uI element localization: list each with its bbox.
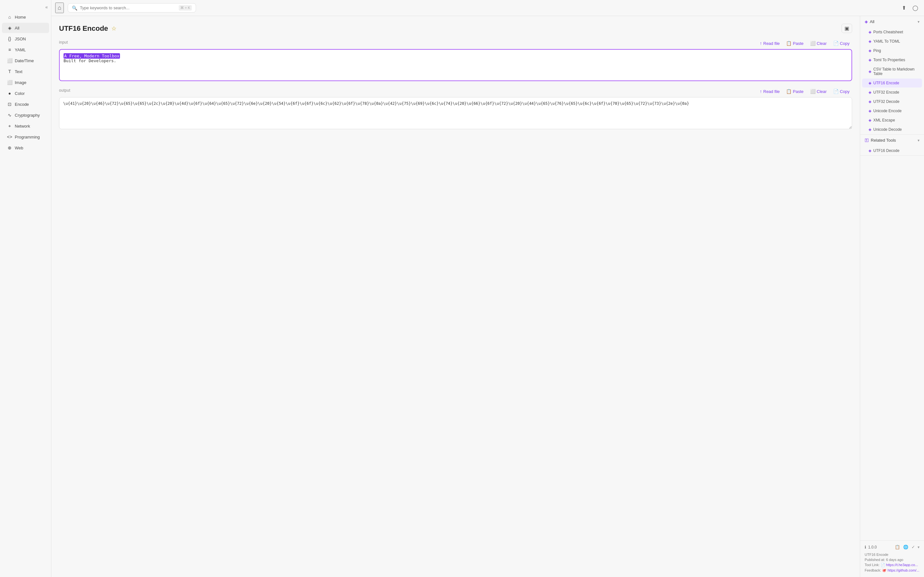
output-toolbar-actions: ↑ Read file 📋 Paste ⬜ Clear 📄 [757, 87, 852, 95]
related-tools-chevron: ▾ [918, 138, 919, 143]
utf32-encode-icon: ◈ [869, 90, 871, 95]
right-item-csv-to-markdown[interactable]: ◈ CSV Table to Markdown Table [862, 65, 922, 78]
page-title: UTF16 Encode [59, 24, 108, 33]
utf16-decode-icon: ◈ [869, 148, 871, 153]
programming-icon: <> [7, 134, 12, 139]
sidebar-item-image[interactable]: ⬜ Image [2, 77, 49, 87]
tool-name-row: UTF16 Encode [865, 553, 919, 556]
version-icons: 📋 🌐 ✓ ▾ [894, 544, 919, 550]
toml-props-icon: ◈ [869, 58, 871, 62]
search-bar: 🔍 ⌘ + K [68, 3, 196, 13]
main-wrapper: ⌂ 🔍 ⌘ + K ⬆ ◯ UTF16 Encode ☆ ▣ [51, 0, 924, 577]
right-panel: ◈ All ▾ ◈ Ports Cheatsheet ◈ YAML To TOM… [860, 16, 924, 577]
datetime-icon: ⬜ [7, 58, 12, 63]
related-tools-section: ⚿ Related Tools ▾ ◈ UTF16 Decode [860, 135, 924, 156]
paste-button-input[interactable]: 📋 Paste [783, 39, 806, 47]
right-item-utf32-encode[interactable]: ◈ UTF32 Encode [862, 88, 922, 97]
right-item-utf16-encode[interactable]: ◈ UTF16 Encode [862, 79, 922, 87]
output-textarea[interactable]: \u{41}\u{20}\u{46}\u{72}\u{65}\u{65}\u{2… [59, 97, 852, 129]
feedback-url[interactable]: https://github.com/... [888, 568, 919, 572]
sidebar-item-programming[interactable]: <> Programming [2, 132, 49, 142]
right-item-toml-to-properties[interactable]: ◈ Toml To Properties [862, 55, 922, 64]
ports-icon: ◈ [869, 30, 871, 34]
sidebar-item-cryptography[interactable]: ∿ Cryptography [2, 110, 49, 120]
sidebar-item-all[interactable]: ◈ All [2, 23, 49, 33]
feedback-label: Feedback: [865, 568, 881, 572]
read-file-button-input[interactable]: ↑ Read file [757, 39, 782, 47]
layout-toggle-button[interactable]: ▣ [842, 24, 852, 33]
page-title-row: UTF16 Encode ☆ [59, 24, 116, 33]
user-button[interactable]: ◯ [911, 3, 920, 12]
feedback-icon: 🐙 [882, 568, 887, 572]
right-item-yaml-to-toml[interactable]: ◈ YAML To TOML [862, 37, 922, 46]
search-shortcut: ⌘ + K [179, 5, 192, 11]
topbar-actions: ⬆ ◯ [900, 3, 920, 12]
sidebar-item-home[interactable]: ⌂ Home [2, 12, 49, 22]
text-icon: T [7, 69, 12, 74]
json-icon: {} [7, 36, 12, 41]
paste-icon: 📋 [786, 41, 792, 46]
sidebar-item-color[interactable]: ● Color [2, 88, 49, 98]
version-copy-button[interactable]: 📋 [894, 544, 901, 550]
cryptography-icon: ∿ [7, 113, 12, 118]
home-button[interactable]: ⌂ [55, 3, 64, 13]
sidebar-item-text[interactable]: T Text [2, 66, 49, 77]
right-item-ping[interactable]: ◈ Ping [862, 46, 922, 55]
encode-icon: ⊡ [7, 102, 12, 107]
copy-button-input[interactable]: 📄 Copy [830, 39, 852, 47]
right-item-unicode-decode[interactable]: ◈ Unicode Decode [862, 125, 922, 134]
sidebar-toggle[interactable]: « [0, 3, 51, 11]
clear-button-input[interactable]: ⬜ Clear [808, 39, 829, 47]
user-icon: ◯ [913, 5, 918, 11]
paste-out-icon: 📋 [786, 89, 792, 94]
right-item-utf16-decode[interactable]: ◈ UTF16 Decode [862, 146, 922, 155]
all-items-list: ◈ Ports Cheatsheet ◈ YAML To TOML ◈ Ping… [860, 27, 924, 134]
star-icon[interactable]: ☆ [111, 25, 116, 32]
tool-link-label: Tool Link: [865, 563, 879, 567]
tool-link-icon: 📄 [881, 563, 886, 567]
version-globe-button[interactable]: 🌐 [903, 544, 909, 550]
paste-button-output[interactable]: 📋 Paste [783, 87, 806, 95]
web-icon: ⊕ [7, 145, 12, 150]
info-icon: ℹ [865, 545, 866, 550]
yaml-toml-icon: ◈ [869, 39, 871, 44]
version-check-button[interactable]: ✓ [911, 544, 916, 550]
search-input[interactable] [80, 5, 176, 10]
all-section: ◈ All ▾ ◈ Ports Cheatsheet ◈ YAML To TOM… [860, 16, 924, 135]
sidebar-item-encode[interactable]: ⊡ Encode [2, 99, 49, 109]
utf32-decode-icon: ◈ [869, 99, 871, 104]
sidebar-item-yaml[interactable]: ≡ YAML [2, 45, 49, 55]
related-tools-header[interactable]: ⚿ Related Tools ▾ [860, 135, 924, 146]
all-section-header-left: ◈ All [865, 19, 874, 24]
all-section-chevron: ▾ [918, 19, 919, 24]
sidebar-item-json[interactable]: {} JSON [2, 34, 49, 44]
right-item-xml-escape[interactable]: ◈ XML Escape [862, 116, 922, 125]
read-file-button-output[interactable]: ↑ Read file [757, 87, 782, 95]
right-item-unicode-encode[interactable]: ◈ Unicode Encode [862, 106, 922, 115]
output-section: output ↑ Read file 📋 Paste ⬜ Clear [59, 87, 852, 130]
clear-icon: ⬜ [810, 41, 816, 46]
input-section: input ↑ Read file 📋 Paste ⬜ Clear [59, 39, 852, 81]
input-toolbar-actions: ↑ Read file 📋 Paste ⬜ Clear 📄 [757, 39, 852, 47]
sidebar-item-datetime[interactable]: ⬜ Date/Time [2, 55, 49, 66]
input-display: A Free, Modern Toolbox Built for Develop… [59, 49, 852, 81]
clear-button-output[interactable]: ⬜ Clear [808, 87, 829, 95]
topbar: ⌂ 🔍 ⌘ + K ⬆ ◯ [51, 0, 924, 16]
sidebar-item-network[interactable]: ⌖ Network [2, 121, 49, 131]
version-header: ℹ 1.0.0 📋 🌐 ✓ ▾ [865, 544, 919, 550]
right-item-ports-cheatsheet[interactable]: ◈ Ports Cheatsheet [862, 27, 922, 37]
clear-out-icon: ⬜ [810, 89, 816, 94]
sidebar-item-web[interactable]: ⊕ Web [2, 143, 49, 153]
feedback-row: Feedback: 🐙 https://github.com/... [865, 568, 919, 572]
all-section-header[interactable]: ◈ All ▾ [860, 16, 924, 27]
output-toolbar: output ↑ Read file 📋 Paste ⬜ Clear [59, 87, 852, 95]
published-row: Published at: 6 days ago [865, 558, 919, 562]
related-tools-icon: ⚿ [865, 138, 869, 143]
copy-button-output[interactable]: 📄 Copy [830, 87, 852, 95]
version-chevron: ▾ [918, 545, 919, 550]
share-button[interactable]: ⬆ [900, 3, 908, 12]
tool-link-url[interactable]: https://t.he3app.co... [886, 563, 918, 567]
utf16-encode-icon: ◈ [869, 81, 871, 85]
related-tools-list: ◈ UTF16 Decode [860, 146, 924, 155]
right-item-utf32-decode[interactable]: ◈ UTF32 Decode [862, 97, 922, 106]
